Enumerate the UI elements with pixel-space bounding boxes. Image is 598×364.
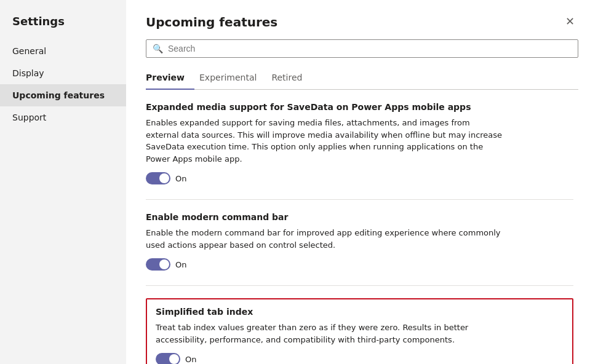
tab-retired[interactable]: Retired <box>271 68 312 90</box>
sidebar-item-display[interactable]: Display <box>0 62 126 84</box>
sidebar-item-support[interactable]: Support <box>0 106 126 129</box>
toggle-modern-command-bar[interactable] <box>146 258 170 271</box>
toggle-label-modern-command-bar: On <box>175 260 186 269</box>
search-icon: 🔍 <box>153 44 163 53</box>
tab-preview[interactable]: Preview <box>146 68 194 90</box>
feature-desc-modern-command-bar: Enable the modern command bar for improv… <box>146 227 503 251</box>
sidebar-item-general[interactable]: General <box>0 40 126 62</box>
toggle-thumb <box>159 173 169 183</box>
search-input[interactable] <box>168 44 572 53</box>
toggle-row-simplified-tab-index: On <box>156 353 564 364</box>
feature-desc-simplified-tab-index: Treat tab index values greater than zero… <box>156 322 512 346</box>
toggle-thumb-2 <box>159 259 169 269</box>
sidebar: Settings General Display Upcoming featur… <box>0 0 126 364</box>
close-button[interactable]: ✕ <box>562 15 578 28</box>
feature-title-modern-command-bar: Enable modern command bar <box>146 212 573 222</box>
toggle-row-expanded-media: On <box>146 172 573 184</box>
toggle-row-modern-command-bar: On <box>146 258 573 271</box>
sidebar-title: Settings <box>0 15 126 40</box>
main-panel: Upcoming features ✕ 🔍 Preview Experiment… <box>126 0 598 364</box>
toggle-simplified-tab-index[interactable] <box>156 353 180 364</box>
tab-experimental[interactable]: Experimental <box>199 68 266 90</box>
features-content: Expanded media support for SaveData on P… <box>146 102 578 364</box>
toggle-thumb-3 <box>169 354 179 364</box>
search-box: 🔍 <box>146 39 578 58</box>
toggle-track <box>146 172 170 184</box>
feature-title-simplified-tab-index: Simplified tab index <box>156 307 564 317</box>
page-title: Upcoming features <box>146 15 277 30</box>
feature-title-expanded-media: Expanded media support for SaveData on P… <box>146 102 573 112</box>
main-header: Upcoming features ✕ <box>146 15 578 30</box>
tabs-bar: Preview Experimental Retired <box>146 68 578 90</box>
toggle-expanded-media[interactable] <box>146 172 170 184</box>
feature-simplified-tab-index: Simplified tab index Treat tab index val… <box>146 298 573 364</box>
toggle-track-3 <box>156 353 180 364</box>
toggle-track-2 <box>146 258 170 271</box>
toggle-label-simplified-tab-index: On <box>185 355 196 364</box>
sidebar-item-upcoming-features[interactable]: Upcoming features <box>0 84 126 106</box>
feature-expanded-media: Expanded media support for SaveData on P… <box>146 102 573 184</box>
divider-1 <box>146 199 573 200</box>
divider-2 <box>146 285 573 286</box>
feature-desc-expanded-media: Enables expanded support for saving medi… <box>146 117 503 165</box>
toggle-label-expanded-media: On <box>175 174 186 183</box>
feature-modern-command-bar: Enable modern command bar Enable the mod… <box>146 212 573 271</box>
